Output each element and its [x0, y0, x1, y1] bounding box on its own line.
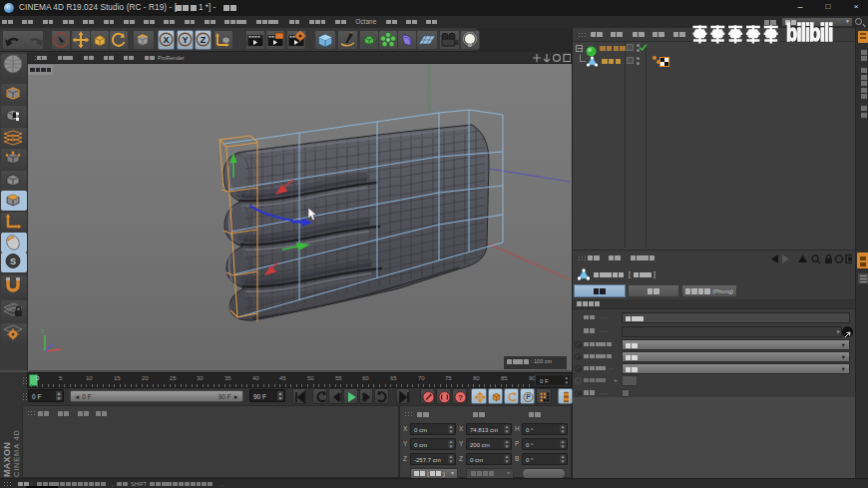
svg-text:Y: Y — [182, 35, 188, 45]
svg-text:S: S — [10, 256, 16, 266]
svg-text:?: ? — [458, 393, 463, 402]
svg-text:Z: Z — [201, 35, 207, 45]
svg-text:P: P — [526, 393, 531, 400]
svg-text:X: X — [163, 35, 169, 45]
